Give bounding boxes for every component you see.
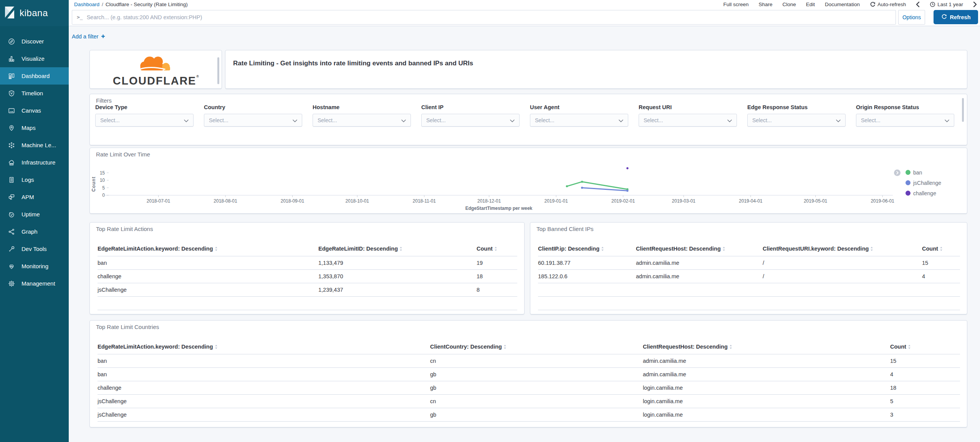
select-placeholder: Select... — [426, 117, 446, 123]
table-empty-row — [98, 296, 517, 310]
time-range-button[interactable]: Last 1 year — [930, 2, 963, 7]
table-cell: ban — [98, 367, 430, 381]
auto-refresh-button[interactable]: Auto-refresh — [870, 2, 906, 7]
table-row: 60.191.38.77admin.camilia.me/15 — [538, 256, 960, 269]
sidebar-item-dev-tools[interactable]: Dev Tools — [0, 240, 69, 258]
logs-icon — [8, 176, 15, 184]
filter-select-hostname[interactable]: Select... — [313, 114, 411, 127]
auto-refresh-label: Auto-refresh — [877, 2, 906, 7]
column-header[interactable]: Count — [890, 341, 960, 354]
table-row: ban1,133,47919 — [98, 256, 517, 269]
table-cell: admin.camilia.me — [636, 256, 763, 269]
uptime-icon — [8, 211, 15, 218]
column-header[interactable]: Count — [922, 243, 960, 256]
sidebar-item-maps[interactable]: Maps — [0, 119, 69, 136]
column-header[interactable]: EdgeRateLimitID: Descending — [318, 243, 477, 256]
dashboard-description-panel: Rate Limiting - Get insights into rate l… — [225, 50, 967, 89]
topnav-documentation-button[interactable]: Documentation — [825, 2, 860, 7]
sidebar-item-label: Timelion — [22, 90, 43, 96]
filter-select-request-uri[interactable]: Select... — [639, 114, 737, 127]
topnav-edit-button[interactable]: Edit — [806, 2, 815, 7]
query-prompt-icon: >_ — [77, 14, 83, 20]
sidebar-item-management[interactable]: Management — [0, 275, 69, 292]
sidebar-item-timelion[interactable]: Timelion — [0, 85, 69, 102]
filter-select-origin-response-status[interactable]: Select... — [856, 114, 954, 127]
table-row: 185.122.0.6admin.camilia.me/4 — [538, 269, 960, 283]
breadcrumb-dashboard-link[interactable]: Dashboard — [74, 2, 99, 7]
sidebar-item-label: Discover — [22, 38, 44, 45]
table-cell: 3 — [890, 408, 960, 421]
sidebar-item-apm[interactable]: APM — [0, 188, 69, 206]
column-header[interactable]: ClientRequestHost: Descending — [643, 341, 890, 354]
time-range-label: Last 1 year — [937, 2, 963, 7]
time-prev-button[interactable] — [916, 2, 920, 7]
options-button[interactable]: Options — [898, 10, 925, 25]
legend-item-jsChallenge[interactable]: jsChallenge — [906, 178, 941, 188]
sort-icon — [215, 344, 218, 351]
table-cell: 18 — [890, 381, 960, 394]
sidebar-item-visualize[interactable]: Visualize — [0, 50, 69, 67]
search-input[interactable] — [87, 14, 891, 20]
chevron-down-icon — [510, 117, 515, 124]
table-cell: ban — [98, 354, 430, 367]
panel-title: Top Rate Limit Countries — [96, 324, 159, 330]
topnav-clone-button[interactable]: Clone — [783, 2, 796, 7]
clock-icon — [930, 2, 935, 7]
svg-text:2019-04-01: 2019-04-01 — [739, 198, 763, 204]
table-cell: cn — [430, 354, 643, 367]
time-next-button[interactable] — [973, 2, 977, 7]
sidebar-item-uptime[interactable]: Uptime — [0, 206, 69, 223]
column-header[interactable]: EdgeRateLimitAction.keyword: Descending — [98, 341, 430, 354]
sidebar-item-monitoring[interactable]: Monitoring — [0, 258, 69, 275]
table-row: jsChallenge1,239,4378 — [98, 283, 517, 296]
legend-color-dot — [906, 191, 910, 196]
column-header[interactable]: ClientIP.ip: Descending — [538, 243, 636, 256]
chart-legend: banjsChallengechallenge — [906, 167, 941, 198]
filter-select-device-type[interactable]: Select... — [95, 114, 194, 127]
top-rate-limit-countries-panel: Top Rate Limit Countries EdgeRateLimitAc… — [89, 320, 967, 427]
kibana-logo-icon — [5, 7, 15, 20]
add-filter-button[interactable]: Add a filter — [72, 33, 105, 40]
panel-scrollbar[interactable] — [962, 98, 964, 122]
column-header[interactable]: EdgeRateLimitAction.keyword: Descending — [98, 243, 318, 256]
panel-scrollbar[interactable] — [217, 57, 219, 84]
column-header[interactable]: ClientRequestHost: Descending — [636, 243, 763, 256]
filter-label-device-type: Device Type — [95, 104, 194, 110]
table-cell: / — [763, 269, 922, 283]
table-cell: cn — [430, 394, 643, 408]
column-header[interactable]: ClientRequestURI.keyword: Descending — [763, 243, 922, 256]
legend-toggle-icon[interactable] — [894, 169, 901, 176]
svg-text:2019-02-01: 2019-02-01 — [611, 198, 635, 204]
sidebar-item-machine-le[interactable]: Machine Le... — [0, 136, 69, 154]
filter-select-edge-response-status[interactable]: Select... — [747, 114, 846, 127]
map-pin-icon — [8, 124, 15, 132]
column-header[interactable]: Count — [477, 243, 517, 256]
topnav-share-button[interactable]: Share — [759, 2, 773, 7]
svg-text:2018-07-01: 2018-07-01 — [147, 198, 171, 204]
filter-select-client-ip[interactable]: Select... — [421, 114, 520, 127]
legend-label: challenge — [913, 190, 936, 196]
chevron-down-icon — [836, 117, 841, 124]
query-bar: >_ Options Refresh — [69, 8, 980, 26]
legend-item-challenge[interactable]: challenge — [906, 188, 941, 198]
sidebar-item-infrastructure[interactable]: Infrastructure — [0, 154, 69, 171]
sidebar-item-logs[interactable]: Logs — [0, 171, 69, 188]
dashboard-description: Rate Limiting - Get insights into rate l… — [233, 60, 473, 67]
filters-panel: Filters Device TypeSelect...CountrySelec… — [89, 94, 967, 145]
sort-icon — [908, 344, 911, 351]
filter-label-country: Country — [204, 104, 302, 110]
sidebar-item-graph[interactable]: Graph — [0, 223, 69, 240]
sort-icon — [722, 246, 725, 253]
legend-item-ban[interactable]: ban — [906, 167, 941, 178]
kibana-home-link[interactable]: kibana — [0, 0, 69, 26]
sidebar-item-canvas[interactable]: Canvas — [0, 102, 69, 119]
column-header[interactable]: ClientCountry: Descending — [430, 341, 643, 354]
table-cell: 15 — [922, 256, 960, 269]
filter-select-country[interactable]: Select... — [204, 114, 302, 127]
filter-select-user-agent[interactable]: Select... — [530, 114, 628, 127]
sidebar-item-dashboard[interactable]: Dashboard — [0, 67, 69, 85]
topnav-full-screen-button[interactable]: Full screen — [723, 2, 748, 7]
svg-text:0: 0 — [102, 193, 105, 198]
refresh-button[interactable]: Refresh — [934, 10, 978, 24]
sidebar-item-discover[interactable]: Discover — [0, 33, 69, 50]
